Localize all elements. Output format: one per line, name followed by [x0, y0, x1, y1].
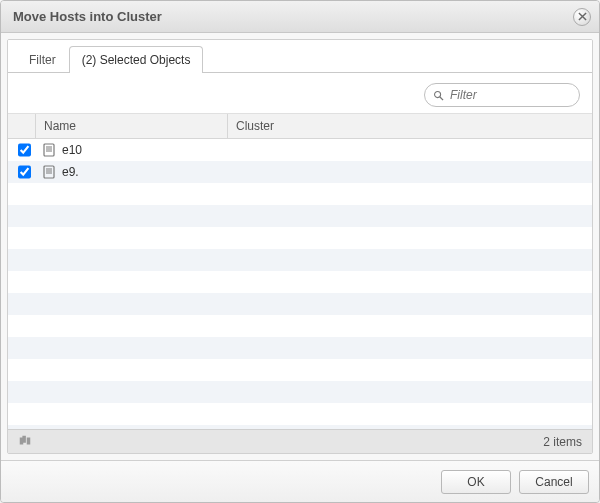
row-checkbox[interactable]: [18, 165, 31, 179]
svg-rect-2: [44, 144, 54, 156]
table-row: [8, 227, 592, 249]
page: Filter (2) Selected Objects Name Cluster: [7, 39, 593, 454]
table-row: [8, 315, 592, 337]
row-name: e9.: [62, 165, 79, 179]
dialog-title: Move Hosts into Cluster: [13, 9, 573, 24]
host-icon: [42, 165, 56, 179]
svg-point-0: [435, 91, 441, 97]
table-row: [8, 337, 592, 359]
search-icon: [433, 90, 444, 101]
copy-icon[interactable]: [18, 434, 32, 449]
svg-rect-6: [44, 166, 54, 178]
toolbar: [8, 73, 592, 113]
table-row: [8, 205, 592, 227]
host-icon: [42, 143, 56, 157]
statusbar: 2 items: [8, 429, 592, 453]
filter-box[interactable]: [424, 83, 580, 107]
header-check: [8, 114, 36, 138]
table-row: [8, 403, 592, 425]
table-row[interactable]: e9.: [8, 161, 592, 183]
grid: Name Cluster e10e9.: [8, 113, 592, 429]
row-checkbox[interactable]: [18, 143, 31, 157]
table-row[interactable]: e10: [8, 139, 592, 161]
svg-line-1: [440, 96, 443, 99]
table-row: [8, 381, 592, 403]
filter-input[interactable]: [448, 87, 593, 103]
table-row: [8, 359, 592, 381]
tabs: Filter (2) Selected Objects: [8, 40, 592, 73]
close-icon: [578, 12, 587, 21]
table-row: [8, 249, 592, 271]
footer: OK Cancel: [1, 460, 599, 502]
dialog: Move Hosts into Cluster Filter (2) Selec…: [0, 0, 600, 503]
header-name[interactable]: Name: [36, 114, 228, 138]
tab-selected-objects[interactable]: (2) Selected Objects: [69, 46, 204, 73]
table-row: [8, 271, 592, 293]
cancel-button[interactable]: Cancel: [519, 470, 589, 494]
table-row: [8, 293, 592, 315]
header-cluster[interactable]: Cluster: [228, 114, 592, 138]
titlebar: Move Hosts into Cluster: [1, 1, 599, 33]
grid-body: e10e9.: [8, 139, 592, 429]
close-button[interactable]: [573, 8, 591, 26]
tab-filter[interactable]: Filter: [16, 46, 69, 73]
row-name: e10: [62, 143, 82, 157]
grid-header: Name Cluster: [8, 114, 592, 139]
table-row: [8, 183, 592, 205]
status-count: 2 items: [543, 435, 582, 449]
ok-button[interactable]: OK: [441, 470, 511, 494]
